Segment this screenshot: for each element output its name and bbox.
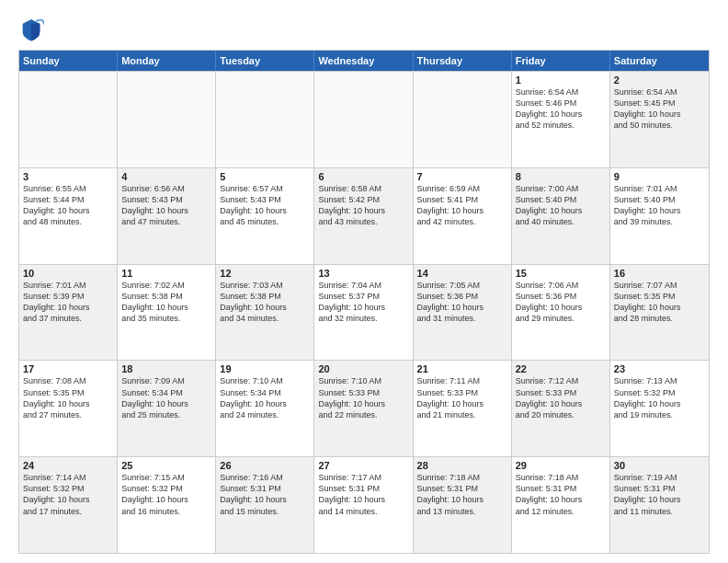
cell-line: Sunrise: 7:06 AM [516,280,606,291]
cell-line: Daylight: 10 hours [121,205,211,216]
day-cell-5: 5Sunrise: 6:57 AMSunset: 5:43 PMDaylight… [216,168,314,264]
day-cell-4: 4Sunrise: 6:56 AMSunset: 5:43 PMDaylight… [118,168,216,264]
cell-line: Daylight: 10 hours [23,494,113,505]
day-cell-27: 27Sunrise: 7:17 AMSunset: 5:31 PMDayligh… [314,457,413,553]
day-number: 11 [121,268,211,279]
cell-line: Sunset: 5:33 PM [516,387,606,398]
cell-line: and 24 minutes. [220,409,310,420]
cell-line: Sunrise: 7:01 AM [23,280,113,291]
cell-line: and 25 minutes. [121,409,211,420]
calendar-row-4: 24Sunrise: 7:14 AMSunset: 5:32 PMDayligh… [19,456,709,553]
day-cell-12: 12Sunrise: 7:03 AMSunset: 5:38 PMDayligh… [216,265,314,361]
cell-line: and 47 minutes. [121,216,211,227]
day-cell-10: 10Sunrise: 7:01 AMSunset: 5:39 PMDayligh… [19,265,118,361]
day-cell-18: 18Sunrise: 7:09 AMSunset: 5:34 PMDayligh… [118,361,216,456]
header-cell-thursday: Thursday [414,51,512,71]
day-number: 13 [318,268,408,279]
cell-line: and 27 minutes. [23,409,113,420]
cell-line: Sunset: 5:33 PM [318,387,408,398]
calendar-row-2: 10Sunrise: 7:01 AMSunset: 5:39 PMDayligh… [19,264,709,361]
day-number: 28 [417,460,507,471]
cell-line: Daylight: 10 hours [121,398,211,409]
cell-line: Daylight: 10 hours [220,302,310,313]
cell-line: Daylight: 10 hours [417,494,507,505]
cell-line: Sunrise: 7:16 AM [220,472,310,483]
day-cell-24: 24Sunrise: 7:14 AMSunset: 5:32 PMDayligh… [19,457,118,553]
day-number: 22 [516,363,606,374]
cell-line: and 13 minutes. [417,506,507,517]
day-cell-2: 2Sunrise: 6:54 AMSunset: 5:45 PMDaylight… [610,72,709,167]
cell-line: Daylight: 10 hours [417,302,507,313]
day-number: 5 [220,171,310,182]
cell-line: Daylight: 10 hours [23,205,113,216]
header-cell-sunday: Sunday [19,51,118,71]
cell-line: Sunrise: 6:57 AM [220,183,310,194]
cell-line: Daylight: 10 hours [614,302,705,313]
day-number: 6 [318,171,408,182]
cell-line: Sunrise: 6:54 AM [614,86,705,98]
cell-line: Daylight: 10 hours [516,109,606,120]
day-cell-8: 8Sunrise: 7:00 AMSunset: 5:40 PMDaylight… [512,168,610,264]
cell-line: Sunset: 5:40 PM [614,194,705,205]
day-cell-22: 22Sunrise: 7:12 AMSunset: 5:33 PMDayligh… [512,361,610,456]
cell-line: Daylight: 10 hours [614,494,705,505]
cell-line: and 34 minutes. [220,313,310,324]
empty-cell-0-4 [414,72,512,167]
day-number: 4 [121,171,211,182]
empty-cell-0-2 [216,72,314,167]
cell-line: Sunset: 5:31 PM [614,483,705,494]
day-number: 27 [318,460,408,471]
cell-line: and 29 minutes. [516,313,606,324]
day-number: 9 [614,171,705,182]
cell-line: and 19 minutes. [614,409,705,420]
cell-line: Daylight: 10 hours [318,302,408,313]
day-number: 17 [23,363,113,374]
cell-line: Sunrise: 6:59 AM [417,183,507,194]
day-number: 23 [614,363,705,374]
day-number: 29 [516,460,606,471]
cell-line: Sunset: 5:38 PM [220,291,310,302]
cell-line: Sunrise: 7:18 AM [417,472,507,483]
cell-line: Sunset: 5:32 PM [23,483,113,494]
cell-line: Sunrise: 7:01 AM [614,183,705,194]
day-number: 14 [417,268,507,279]
cell-line: Daylight: 10 hours [516,494,606,505]
calendar-header: SundayMondayTuesdayWednesdayThursdayFrid… [19,51,709,71]
cell-line: Daylight: 10 hours [318,494,408,505]
cell-line: Sunset: 5:33 PM [417,387,507,398]
day-number: 1 [516,75,606,86]
cell-line: and 21 minutes. [417,409,507,420]
cell-line: Sunrise: 7:10 AM [220,375,310,386]
cell-line: Sunrise: 6:56 AM [121,183,211,194]
cell-line: Daylight: 10 hours [121,302,211,313]
cell-line: Sunrise: 7:17 AM [318,472,408,483]
day-number: 19 [220,363,310,374]
cell-line: and 20 minutes. [516,409,606,420]
logo [18,17,48,42]
day-number: 30 [614,460,705,471]
cell-line: Daylight: 10 hours [220,398,310,409]
empty-cell-0-0 [19,72,118,167]
cell-line: Daylight: 10 hours [417,205,507,216]
day-cell-17: 17Sunrise: 7:08 AMSunset: 5:35 PMDayligh… [19,361,118,456]
day-cell-9: 9Sunrise: 7:01 AMSunset: 5:40 PMDaylight… [610,168,709,264]
cell-line: Sunrise: 7:07 AM [614,280,705,291]
day-cell-19: 19Sunrise: 7:10 AMSunset: 5:34 PMDayligh… [216,361,314,456]
cell-line: and 15 minutes. [220,506,310,517]
day-cell-26: 26Sunrise: 7:16 AMSunset: 5:31 PMDayligh… [216,457,314,553]
cell-line: Sunset: 5:42 PM [318,194,408,205]
cell-line: Sunset: 5:31 PM [220,483,310,494]
day-cell-20: 20Sunrise: 7:10 AMSunset: 5:33 PMDayligh… [314,361,413,456]
calendar-row-0: 1Sunrise: 6:54 AMSunset: 5:46 PMDaylight… [19,71,709,167]
cell-line: Daylight: 10 hours [220,494,310,505]
cell-line: Daylight: 10 hours [516,205,606,216]
day-number: 12 [220,268,310,279]
cell-line: and 31 minutes. [417,313,507,324]
day-number: 15 [516,268,606,279]
cell-line: and 32 minutes. [318,313,408,324]
day-cell-3: 3Sunrise: 6:55 AMSunset: 5:44 PMDaylight… [19,168,118,264]
header-cell-wednesday: Wednesday [314,51,413,71]
cell-line: and 28 minutes. [614,313,705,324]
cell-line: Sunrise: 6:55 AM [23,183,113,194]
cell-line: Sunrise: 7:15 AM [121,472,211,483]
